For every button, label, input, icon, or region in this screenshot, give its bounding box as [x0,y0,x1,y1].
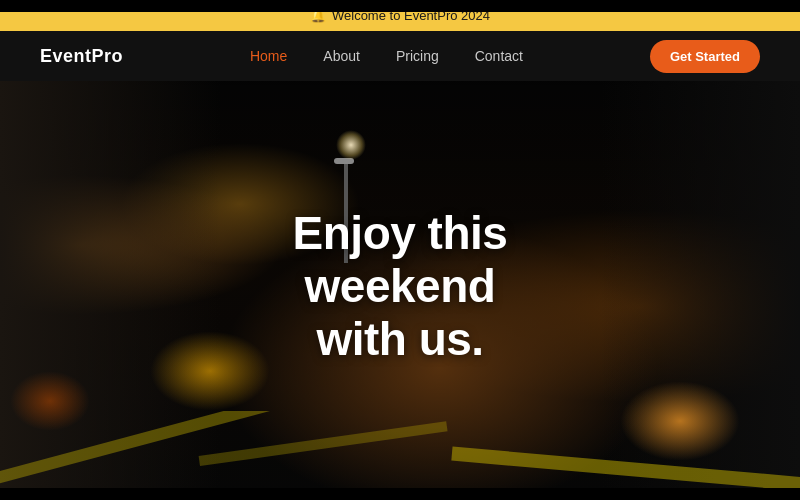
get-started-button[interactable]: Get Started [650,40,760,73]
black-strip-bottom [0,488,800,500]
streetlight-glow [336,130,366,160]
road-line-1 [0,411,280,486]
hero-heading: Enjoy this weekend with us. [200,207,600,366]
nav-item-home[interactable]: Home [250,47,287,65]
nav-links: Home About Pricing Contact [250,47,523,65]
road-line-2 [199,421,448,466]
nav-link-pricing[interactable]: Pricing [396,48,439,64]
nav-item-contact[interactable]: Contact [475,47,523,65]
hero-heading-line1: Enjoy this weekend [293,207,508,312]
logo: EventPro [40,46,123,67]
hero-section: Enjoy this weekend with us. [0,81,800,491]
hero-heading-line2: with us. [316,312,483,364]
nav-link-home[interactable]: Home [250,48,287,64]
nav-item-pricing[interactable]: Pricing [396,47,439,65]
road-markings [0,411,800,491]
nav-link-contact[interactable]: Contact [475,48,523,64]
nav-item-about[interactable]: About [323,47,360,65]
black-strip-top [0,0,800,12]
hero-content: Enjoy this weekend with us. [200,207,600,366]
navbar: EventPro Home About Pricing Contact Get … [0,31,800,81]
nav-link-about[interactable]: About [323,48,360,64]
road-line-3 [451,447,800,491]
